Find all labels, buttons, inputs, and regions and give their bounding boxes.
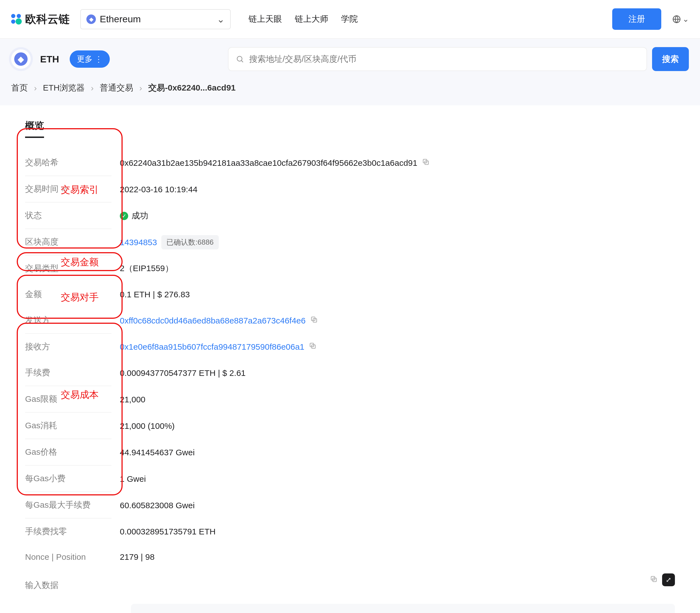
value-fee: 0.000943770547377 ETH | $ 2.61 bbox=[120, 368, 246, 378]
label-to: 接收方 bbox=[25, 341, 50, 352]
input-data-block: 0x bbox=[131, 604, 675, 613]
label-maxfee: 每Gas最大手续费 bbox=[25, 499, 91, 511]
nav-skyeye[interactable]: 链上天眼 bbox=[249, 13, 282, 25]
crumb-current: 交易-0x62240...6acd91 bbox=[148, 82, 236, 94]
label-gasused: Gas消耗 bbox=[25, 420, 57, 431]
label-hash: 交易哈希 bbox=[25, 157, 59, 168]
label-gasprice: Gas价格 bbox=[25, 446, 57, 458]
value-gasused: 21,000 (100%) bbox=[120, 421, 175, 431]
label-type: 交易类型 bbox=[25, 263, 59, 274]
copy-icon[interactable] bbox=[422, 158, 430, 168]
overview-card: 概览 交易哈希 0x62240a31b2ae135b942181aa33a8ca… bbox=[11, 105, 689, 613]
brand-logo[interactable]: 欧科云链 bbox=[11, 11, 70, 27]
value-type: 2（EIP1559） bbox=[120, 263, 173, 274]
chain-name: Ethereum bbox=[100, 14, 141, 25]
token-label: ETH bbox=[40, 54, 59, 65]
status-badge: ✓ 成功 bbox=[120, 210, 148, 222]
copy-icon[interactable] bbox=[309, 342, 316, 352]
chevron-right-icon: › bbox=[91, 83, 94, 93]
topbar: 欧科云链 ◆ Ethereum ⌄ 链上天眼 链上大师 学院 注册 ⌄ bbox=[0, 0, 700, 39]
to-link[interactable]: 0x1e0e6f8aa915b607fccfa99487179590f86e06… bbox=[120, 342, 304, 352]
label-inputdata: 输入数据 bbox=[25, 579, 59, 591]
crumb-home[interactable]: 首页 bbox=[11, 82, 28, 94]
logo-icon bbox=[11, 14, 22, 25]
value-tip: 1 Gwei bbox=[120, 474, 146, 484]
brand-text: 欧科云链 bbox=[25, 11, 70, 27]
label-fee: 手续费 bbox=[25, 367, 50, 378]
expand-button[interactable]: ⤢ bbox=[662, 573, 675, 586]
eth-icon: ◆ bbox=[86, 14, 96, 24]
chevron-right-icon: › bbox=[34, 83, 37, 93]
nav-academy[interactable]: 学院 bbox=[341, 13, 358, 25]
copy-icon[interactable] bbox=[310, 316, 318, 325]
search-input[interactable] bbox=[249, 54, 639, 64]
nav-links: 链上天眼 链上大师 学院 bbox=[249, 13, 358, 25]
copy-icon[interactable] bbox=[650, 575, 658, 585]
chevron-right-icon: › bbox=[139, 83, 142, 93]
label-noncepos: Nonce | Position bbox=[25, 552, 86, 562]
nav-master[interactable]: 链上大师 bbox=[295, 13, 328, 25]
label-time: 交易时间 bbox=[25, 183, 59, 195]
value-status: 成功 bbox=[131, 210, 148, 222]
value-maxfee: 60.605823008 Gwei bbox=[120, 501, 195, 510]
value-hash: 0x62240a31b2ae135b942181aa33a8cae10cfa26… bbox=[120, 158, 417, 168]
token-badge: ◆ bbox=[11, 49, 31, 69]
more-button[interactable]: 更多 ⋮ bbox=[70, 50, 110, 68]
crumb-explorer[interactable]: ETH浏览器 bbox=[43, 82, 85, 94]
label-status: 状态 bbox=[25, 210, 42, 221]
chevron-down-icon: ⌄ bbox=[683, 14, 689, 24]
anno-label-cost: 交易成本 bbox=[61, 388, 99, 401]
svg-point-1 bbox=[237, 56, 242, 61]
label-block: 区块高度 bbox=[25, 236, 59, 248]
block-link[interactable]: 14394853 bbox=[120, 238, 157, 247]
subheader: ◆ ETH 更多 ⋮ 搜索 bbox=[0, 39, 700, 82]
value-noncepos: 2179 | 98 bbox=[120, 552, 155, 562]
check-icon: ✓ bbox=[120, 212, 128, 220]
breadcrumb: 首页 › ETH浏览器 › 普通交易 › 交易-0x62240...6acd91 bbox=[11, 82, 689, 94]
from-link[interactable]: 0xff0c68cdc0dd46a6ed8ba68e887a2a673c46f4… bbox=[120, 316, 306, 325]
value-feereturn: 0.000328951735791 ETH bbox=[120, 527, 216, 536]
dots-icon: ⋮ bbox=[95, 55, 103, 64]
value-gaslimit: 21,000 bbox=[120, 395, 145, 404]
crumb-normal[interactable]: 普通交易 bbox=[100, 82, 133, 94]
more-label: 更多 bbox=[77, 54, 92, 64]
label-gaslimit: Gas限额 bbox=[25, 393, 57, 405]
globe-icon bbox=[672, 15, 681, 23]
tab-overview[interactable]: 概览 bbox=[25, 119, 44, 138]
eth-icon: ◆ bbox=[14, 52, 28, 66]
register-button[interactable]: 注册 bbox=[612, 8, 661, 30]
anno-label-index: 交易索引 bbox=[61, 183, 99, 196]
language-switch[interactable]: ⌄ bbox=[672, 14, 689, 24]
label-tip: 每Gas小费 bbox=[25, 473, 65, 484]
label-amount: 金额 bbox=[25, 289, 42, 300]
value-gasprice: 44.941454637 Gwei bbox=[120, 448, 195, 457]
label-feereturn: 手续费找零 bbox=[25, 526, 67, 537]
chain-selector[interactable]: ◆ Ethereum ⌄ bbox=[80, 9, 231, 29]
label-from: 发送方 bbox=[25, 315, 50, 326]
chevron-down-icon: ⌄ bbox=[217, 14, 224, 25]
search-input-wrap bbox=[228, 47, 647, 71]
value-amount: 0.1 ETH | $ 276.83 bbox=[120, 290, 190, 299]
anno-label-amount: 交易金额 bbox=[61, 256, 99, 269]
value-time: 2022-03-16 10:19:44 bbox=[120, 185, 197, 194]
search-button[interactable]: 搜索 bbox=[652, 47, 689, 71]
search-icon bbox=[236, 55, 244, 63]
anno-label-counterparty: 交易对手 bbox=[61, 291, 99, 304]
confirm-badge: 已确认数:6886 bbox=[161, 235, 219, 249]
